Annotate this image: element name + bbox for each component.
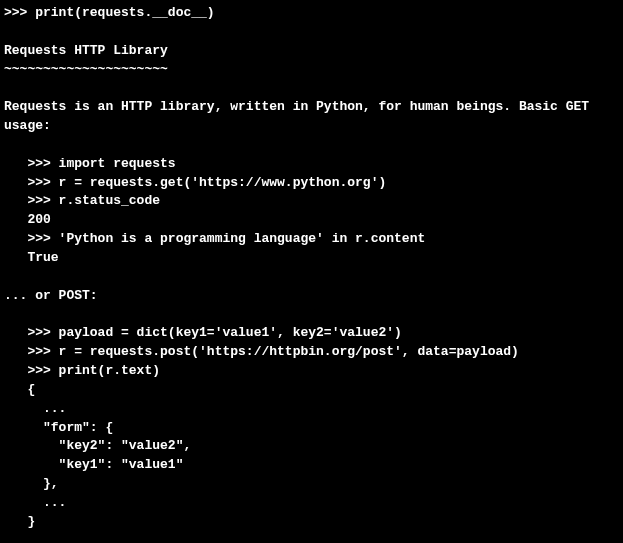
terminal-output[interactable]: >>> print(requests.__doc__) Requests HTT… bbox=[4, 4, 619, 543]
terminal-line: "key1": "value1" bbox=[4, 456, 619, 475]
terminal-line: Requests is an HTTP library, written in … bbox=[4, 98, 619, 117]
terminal-line: >>> r = requests.post('https://httpbin.o… bbox=[4, 343, 619, 362]
terminal-line bbox=[4, 136, 619, 155]
terminal-line: } bbox=[4, 513, 619, 532]
terminal-line: >>> print(requests.__doc__) bbox=[4, 4, 619, 23]
terminal-line: >>> r = requests.get('https://www.python… bbox=[4, 174, 619, 193]
terminal-line bbox=[4, 23, 619, 42]
terminal-line: ... bbox=[4, 494, 619, 513]
terminal-line: ... or POST: bbox=[4, 287, 619, 306]
terminal-line bbox=[4, 306, 619, 325]
terminal-line: "form": { bbox=[4, 419, 619, 438]
terminal-line: >>> r.status_code bbox=[4, 192, 619, 211]
terminal-line: >>> print(r.text) bbox=[4, 362, 619, 381]
terminal-line: 200 bbox=[4, 211, 619, 230]
terminal-line: True bbox=[4, 249, 619, 268]
terminal-line: "key2": "value2", bbox=[4, 437, 619, 456]
terminal-line: >>> 'Python is a programming language' i… bbox=[4, 230, 619, 249]
terminal-line: }, bbox=[4, 475, 619, 494]
terminal-line bbox=[4, 532, 619, 543]
terminal-line bbox=[4, 79, 619, 98]
terminal-line: Requests HTTP Library bbox=[4, 42, 619, 61]
terminal-line bbox=[4, 268, 619, 287]
terminal-line: ~~~~~~~~~~~~~~~~~~~~~ bbox=[4, 61, 619, 80]
terminal-line: ... bbox=[4, 400, 619, 419]
terminal-line: usage: bbox=[4, 117, 619, 136]
terminal-line: >>> import requests bbox=[4, 155, 619, 174]
terminal-line: >>> payload = dict(key1='value1', key2='… bbox=[4, 324, 619, 343]
terminal-line: { bbox=[4, 381, 619, 400]
